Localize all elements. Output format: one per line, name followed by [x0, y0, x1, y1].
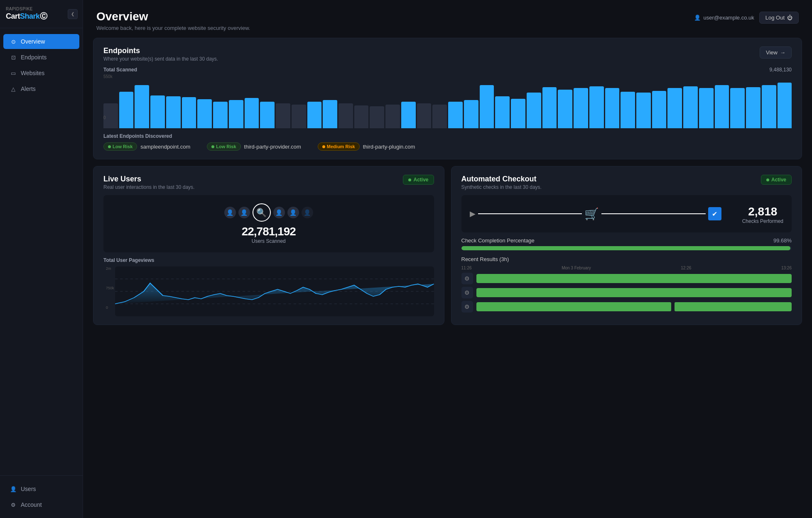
list-item: ⚙	[461, 287, 792, 298]
completion-title: Check Completion Percentage	[461, 237, 535, 244]
bar-wrap	[480, 83, 494, 128]
user-icon-4: 👤	[287, 207, 299, 218]
user-icon-5: 👤	[302, 207, 313, 218]
bar-wrap	[636, 83, 651, 128]
bar-wrap	[150, 83, 165, 128]
gear-icon[interactable]: ⚙	[461, 301, 473, 313]
sidebar-logo: RAPIDSPIKE CartSharkⒸ ❮	[0, 0, 83, 28]
bar-wrap	[667, 83, 682, 128]
bar-wrap	[260, 83, 275, 128]
bar-wrap	[245, 83, 259, 128]
bar	[292, 105, 306, 128]
risk-badge: Low Risk	[103, 142, 137, 151]
endpoints-view-button[interactable]: View →	[760, 46, 792, 59]
bar-wrap	[511, 83, 525, 128]
bar	[229, 100, 243, 128]
line-chart-y: 2m 750k 0	[106, 266, 114, 310]
bar	[683, 86, 698, 128]
sidebar-item-overview[interactable]: ⊙Overview	[3, 34, 79, 49]
bar	[103, 103, 118, 129]
bar	[667, 88, 682, 128]
endpoint-items: Low Risk sampleendpoint.com Low Risk thi…	[103, 142, 792, 151]
websites-icon: ▭	[10, 70, 17, 76]
bar-wrap	[542, 83, 557, 128]
arrow-icon: →	[780, 49, 785, 56]
scan-count: 22,781,192	[242, 225, 296, 238]
gear-icon[interactable]: ⚙	[461, 287, 473, 298]
active-label: Active	[413, 177, 428, 183]
live-users-subtitle: Real user interactions in the last 30 da…	[103, 184, 194, 190]
lower-row: Live Users Real user interactions in the…	[93, 166, 802, 325]
bar	[636, 93, 651, 128]
sidebar-item-account[interactable]: ⚙Account	[3, 497, 79, 512]
checkout-active-label: Active	[771, 177, 786, 183]
collapse-button[interactable]: ❮	[68, 9, 78, 19]
bar-wrap	[119, 83, 134, 128]
bar	[354, 105, 369, 128]
bar	[276, 103, 290, 129]
sidebar-item-websites[interactable]: ▭Websites	[3, 66, 79, 81]
bar-wrap	[589, 83, 604, 128]
bar-wrap	[339, 83, 353, 128]
user-info: 👤 user@example.co.uk	[694, 15, 754, 21]
sidebar-label-endpoints: Endpoints	[21, 54, 47, 61]
bar	[605, 88, 620, 128]
list-item: ⚙	[461, 273, 792, 284]
completion-section: Check Completion Percentage 99.68%	[461, 237, 792, 250]
bar	[182, 97, 196, 128]
live-users-active-badge: Active	[403, 175, 434, 185]
endpoints-card: Endpoints Where your website(s) sent dat…	[93, 38, 802, 159]
user-icon-center: 🔍	[253, 203, 271, 222]
completion-progress-fill	[461, 246, 791, 250]
bar	[511, 99, 525, 129]
bar	[150, 95, 165, 128]
gear-icon[interactable]: ⚙	[461, 273, 473, 284]
bar-wrap	[276, 83, 290, 128]
overview-icon: ⊙	[10, 38, 17, 45]
bar-wrap	[292, 83, 306, 128]
checks-count: 2,818	[742, 205, 783, 218]
latest-title: Latest Endpoints Discovered	[103, 133, 792, 139]
sidebar-bottom: 👤Users⚙Account	[0, 475, 83, 518]
bar-wrap	[417, 83, 432, 128]
bar	[417, 103, 432, 129]
logout-button[interactable]: Log Out ⏻	[759, 12, 799, 24]
total-scanned-label: Total Scanned	[103, 67, 137, 73]
sidebar-item-users[interactable]: 👤Users	[3, 481, 79, 496]
checkout-check-icon: ✔	[708, 207, 721, 220]
result-bar	[476, 302, 792, 311]
bar-wrap	[778, 83, 792, 128]
bar-wrap	[558, 83, 572, 128]
bar	[574, 88, 588, 128]
bar	[260, 102, 275, 128]
page-subtitle: Welcome back, here is your complete webs…	[96, 25, 250, 31]
user-icons-row: 👤 👤 🔍 👤 👤 👤	[224, 203, 313, 222]
bar	[339, 103, 353, 129]
bar	[746, 87, 760, 128]
bar-wrap	[166, 83, 181, 128]
sidebar-item-endpoints[interactable]: ⊡Endpoints	[3, 50, 79, 65]
bar	[213, 102, 228, 128]
live-users-card: Live Users Real user interactions in the…	[93, 166, 444, 325]
sidebar-item-alerts[interactable]: △Alerts	[3, 81, 79, 96]
checkout-line-1	[478, 213, 582, 214]
user-icon-2: 👤	[238, 207, 250, 218]
bar-wrap	[605, 83, 620, 128]
scan-label: Users Scanned	[252, 238, 286, 244]
timeline-left: 11:26	[461, 266, 472, 270]
bar	[323, 100, 337, 128]
endpoints-icon: ⊡	[10, 54, 17, 61]
user-email: user@example.co.uk	[703, 15, 754, 21]
logo-name: CartSharkⒸ	[6, 11, 47, 21]
bar	[762, 85, 776, 129]
live-users-title: Live Users	[103, 175, 194, 183]
sidebar-label-account: Account	[21, 501, 42, 508]
bar-wrap	[527, 83, 541, 128]
bar	[621, 92, 635, 128]
cart-icon: 🛒	[584, 207, 599, 221]
total-scanned-value: 9,488,130	[770, 67, 792, 73]
bar	[135, 85, 149, 129]
bar	[730, 88, 745, 128]
bar	[245, 98, 259, 128]
recent-title: Recent Results (3h)	[461, 256, 792, 262]
